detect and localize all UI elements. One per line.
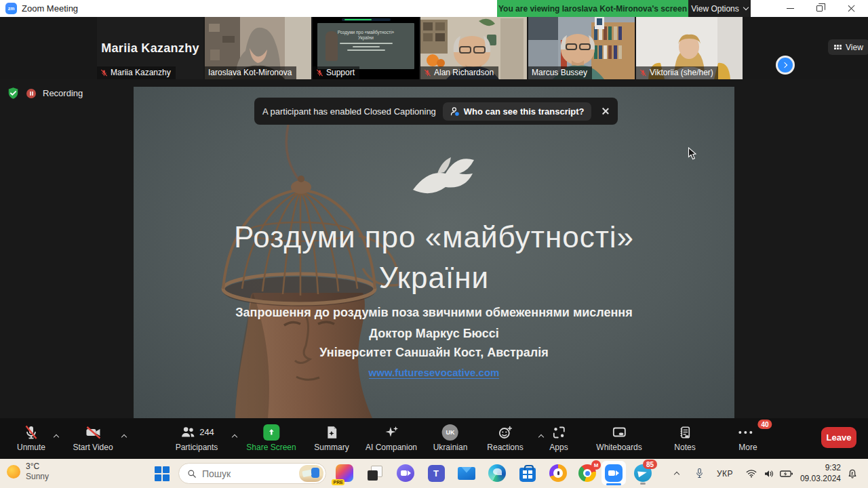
whiteboards-button[interactable]: Whiteboards bbox=[596, 423, 642, 452]
telegram-notification-badge: 85 bbox=[643, 460, 657, 469]
reactions-button[interactable]: Reactions bbox=[487, 423, 523, 452]
chrome-app-icon[interactable]: M bbox=[577, 463, 597, 483]
close-button[interactable] bbox=[840, 0, 863, 17]
view-layout-button[interactable]: View bbox=[828, 39, 868, 55]
zoom-app-icon-active[interactable] bbox=[601, 461, 626, 485]
presentation-slide: Роздуми про «майбутності» України Запрош… bbox=[134, 87, 734, 418]
minimize-icon bbox=[787, 8, 794, 9]
antivirus-app-icon[interactable] bbox=[548, 463, 568, 483]
transcript-visibility-button[interactable]: Who can see this transcript? bbox=[443, 102, 591, 121]
video-chat-app-icon[interactable] bbox=[395, 463, 416, 483]
reactions-options-caret[interactable] bbox=[539, 430, 543, 442]
window-title: Zoom Meeting bbox=[22, 3, 78, 14]
slide-link-row: www.futuresevocative.com bbox=[134, 367, 734, 379]
ai-companion-button[interactable]: AI Companion bbox=[366, 423, 417, 452]
tray-wifi[interactable] bbox=[743, 459, 760, 488]
participant-tile[interactable]: Iaroslava Kot-Mironova bbox=[205, 17, 311, 79]
restore-icon bbox=[816, 5, 823, 12]
participant-filmstrip: Mariia Kazanzhy Mariia Kazanzhy Iaroslav… bbox=[0, 17, 868, 79]
tray-overflow-button[interactable] bbox=[668, 459, 686, 488]
minimize-button[interactable] bbox=[778, 0, 802, 17]
ai-companion-sparkle-icon bbox=[383, 424, 399, 441]
participants-button[interactable]: 244 Participants bbox=[176, 423, 218, 452]
summary-button[interactable]: Summary bbox=[314, 423, 349, 452]
mail-app-icon[interactable] bbox=[456, 463, 477, 483]
active-app-indicator bbox=[606, 483, 621, 485]
tray-language-switcher[interactable]: УКР bbox=[713, 459, 736, 488]
telegram-app-icon[interactable]: 85 bbox=[633, 463, 653, 483]
teams-icon: T bbox=[428, 465, 445, 482]
unmute-button[interactable]: Unmute bbox=[17, 423, 45, 452]
tray-battery[interactable] bbox=[777, 459, 795, 488]
closed-captioning-notification: A participant has enabled Closed Caption… bbox=[254, 98, 618, 125]
cc-close-button[interactable] bbox=[599, 105, 610, 117]
copilot-pre-badge: PRE bbox=[332, 479, 344, 485]
muted-mic-icon bbox=[424, 69, 431, 77]
reactions-smiley-icon bbox=[497, 424, 513, 441]
interpretation-language-button[interactable]: UK Ukrainian bbox=[433, 423, 468, 452]
screen-share-preview: Роздуми про «майбутності» України bbox=[317, 23, 414, 69]
edge-app-icon[interactable] bbox=[487, 463, 507, 483]
more-button[interactable]: More 40 bbox=[738, 423, 757, 452]
viewing-screen-banner: You are viewing Iaroslava Kot-Mironova's… bbox=[497, 0, 688, 17]
windows-taskbar: 3°C Sunny PRE T M 8 bbox=[0, 459, 868, 488]
participant-tile[interactable]: Alan Richardson bbox=[420, 17, 527, 79]
whiteboard-icon bbox=[611, 424, 627, 441]
chevron-right-icon bbox=[781, 62, 787, 68]
start-video-button[interactable]: Start Video bbox=[73, 423, 113, 452]
taskbar-search[interactable] bbox=[178, 463, 326, 484]
copilot-app-icon[interactable]: PRE bbox=[334, 463, 355, 483]
store-app-icon[interactable] bbox=[517, 463, 538, 483]
participant-tile[interactable]: Mariia Kazanzhy Mariia Kazanzhy bbox=[97, 17, 203, 79]
recording-label: Recording bbox=[43, 88, 83, 98]
audio-options-caret[interactable] bbox=[54, 430, 58, 442]
cc-message: A participant has enabled Closed Caption… bbox=[262, 106, 436, 117]
slide-website-link[interactable]: www.futuresevocative.com bbox=[369, 367, 500, 379]
view-options-button[interactable]: View Options bbox=[688, 0, 751, 17]
participants-icon bbox=[179, 424, 196, 441]
mic-icon bbox=[695, 468, 704, 479]
zoom-meeting-window: zm Zoom Meeting You are viewing Iaroslav… bbox=[0, 0, 868, 488]
restore-button[interactable] bbox=[808, 0, 831, 17]
search-input[interactable] bbox=[202, 468, 283, 479]
participant-tile[interactable]: Роздуми про «майбутності» України Suppor… bbox=[313, 17, 419, 79]
apps-button[interactable]: Apps bbox=[549, 423, 568, 452]
start-button[interactable] bbox=[155, 466, 170, 481]
weather-condition: Sunny bbox=[26, 472, 49, 482]
slide-subtitle: Запрошення до роздумів поза звичними обм… bbox=[134, 306, 734, 320]
participant-tile[interactable]: Viktoriia (she/her) bbox=[636, 17, 743, 79]
share-screen-button[interactable]: Share Screen bbox=[246, 423, 296, 452]
person-check-icon bbox=[450, 106, 460, 117]
battery-charging-icon bbox=[780, 470, 793, 478]
tray-date: 09.03.2024 bbox=[800, 473, 841, 484]
gallery-view-icon bbox=[834, 45, 842, 49]
weather-temperature: 3°C bbox=[26, 462, 49, 472]
summary-doc-icon bbox=[324, 424, 339, 441]
window-titlebar: zm Zoom Meeting You are viewing Iaroslav… bbox=[0, 0, 868, 17]
store-icon bbox=[519, 468, 536, 482]
task-view-app-icon[interactable] bbox=[365, 463, 385, 483]
participants-options-caret[interactable] bbox=[233, 430, 237, 442]
leave-button[interactable]: Leave bbox=[821, 427, 856, 448]
shared-screen-stage: Recording bbox=[0, 79, 868, 418]
tray-time: 9:32 bbox=[800, 462, 841, 473]
tray-clock[interactable]: 9:32 09.03.2024 bbox=[800, 462, 841, 484]
tray-volume[interactable] bbox=[761, 459, 777, 488]
slide-speaker: Доктор Маркус Бюссі bbox=[134, 327, 734, 341]
mouse-cursor bbox=[688, 147, 696, 160]
tray-notifications[interactable] bbox=[844, 459, 861, 488]
teams-app-icon[interactable]: T bbox=[426, 463, 446, 483]
notes-button[interactable]: Notes bbox=[674, 423, 695, 452]
video-options-caret[interactable] bbox=[122, 430, 126, 442]
more-notification-badge: 40 bbox=[758, 420, 772, 429]
wifi-icon bbox=[746, 469, 757, 478]
slide-title: Роздуми про «майбутності» України bbox=[134, 217, 734, 298]
slide-affiliation: Університет Саншайн Кост, Австралія bbox=[134, 346, 734, 360]
tray-mic-indicator[interactable] bbox=[692, 459, 707, 488]
video-off-icon bbox=[84, 424, 102, 441]
participant-name-label: Support bbox=[326, 68, 355, 77]
next-participants-page-button[interactable] bbox=[776, 56, 795, 75]
taskbar-weather-widget[interactable]: 3°C Sunny bbox=[7, 462, 49, 482]
participant-tile-active-speaker[interactable]: Marcus Bussey bbox=[528, 17, 635, 79]
participant-name-label: Mariia Kazanzhy bbox=[111, 68, 171, 77]
